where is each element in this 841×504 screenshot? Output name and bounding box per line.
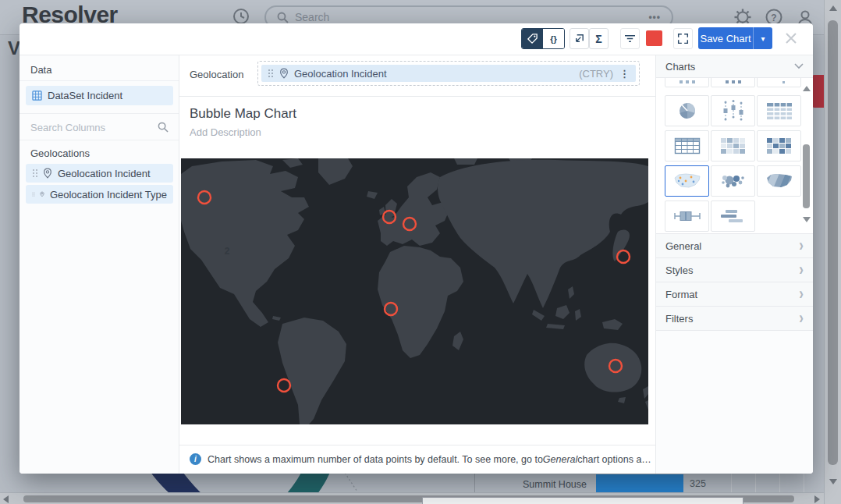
chart-type-box-plot-icon <box>673 208 701 224</box>
map-bubble-count: 2 <box>225 246 230 257</box>
chart-type-filled-map-icon <box>765 172 794 190</box>
chart-type-tile[interactable] <box>757 78 801 87</box>
chart-type-tile-heatmap-dark[interactable] <box>757 130 801 161</box>
chart-type-tile-box-plot[interactable] <box>665 201 709 232</box>
scroll-right-arrow[interactable] <box>814 495 820 503</box>
background-page-title-fragment: V <box>8 37 20 59</box>
tag-toggle-button[interactable] <box>522 29 543 48</box>
save-chart-dropdown-button[interactable]: ▾ <box>753 27 772 49</box>
column-item-label: Geolocation Incident Type <box>50 189 167 201</box>
column-item-geolocation-incident-type[interactable]: Geolocation Incident Type <box>26 185 173 204</box>
chevron-right-icon: › <box>799 236 804 256</box>
app-window: Resolver Search ••• ? <box>0 0 841 504</box>
geolocation-field-label: Geolocation <box>190 69 243 80</box>
search-more-icon[interactable]: ••• <box>648 12 661 23</box>
chart-type-grid <box>656 78 813 233</box>
section-format[interactable]: Format › <box>656 282 813 307</box>
tag-icon <box>527 33 538 44</box>
chart-type-tile[interactable] <box>665 78 709 87</box>
bubble-map-chart[interactable]: 2 <box>181 158 648 424</box>
pivot-icon <box>573 33 585 44</box>
charts-section-header[interactable]: Charts <box>656 55 813 78</box>
background-bar <box>596 474 683 493</box>
chart-type-tile-heatmap-light[interactable] <box>711 130 755 161</box>
chart-type-bubble-map-icon <box>672 172 702 190</box>
chart-type-heatmap-dark-icon <box>766 137 793 155</box>
data-panel: Data DataSet Incident Search Columns Geo… <box>20 55 179 474</box>
charts-header-label: Charts <box>665 61 794 73</box>
section-filters[interactable]: Filters › <box>656 307 813 331</box>
chart-type-column-icon <box>719 78 747 86</box>
chart-type-tile-filled-map[interactable] <box>757 165 801 197</box>
chart-type-tile-stock[interactable] <box>711 95 755 126</box>
chart-footnote: i Chart shows a maximum number of data p… <box>190 453 651 465</box>
drag-handle-icon[interactable] <box>32 190 35 199</box>
kebab-menu-icon[interactable]: ⋮ <box>619 68 630 80</box>
chart-type-heatmap-light-icon <box>720 137 747 155</box>
drag-handle-icon[interactable] <box>268 69 274 78</box>
vertical-scrollbar[interactable] <box>824 0 841 504</box>
chart-type-tile-table[interactable] <box>757 95 801 126</box>
background-bar-value: 325 <box>690 478 706 489</box>
search-columns-input[interactable]: Search Columns <box>20 115 179 140</box>
geolocation-dropzone[interactable]: Geolocation Incident (CTRY) ⋮ <box>257 61 640 86</box>
braces-toggle-button[interactable]: {} <box>543 29 564 48</box>
svg-text:?: ? <box>771 12 776 23</box>
geolocation-pill[interactable]: Geolocation Incident (CTRY) ⋮ <box>261 65 636 82</box>
dataset-item-label: DataSet Incident <box>48 90 122 101</box>
data-panel-header: Data <box>30 64 51 76</box>
background-bar-label: Summit House <box>499 479 587 490</box>
sum-button[interactable]: Σ <box>589 28 609 49</box>
scroll-down-arrow[interactable] <box>829 479 837 484</box>
search-icon <box>158 122 169 133</box>
color-swatch-button[interactable] <box>646 30 662 46</box>
sigma-icon: Σ <box>595 33 601 45</box>
geolocations-group-header: Geolocations <box>30 147 90 159</box>
close-icon <box>785 32 797 44</box>
section-general[interactable]: General › <box>656 234 813 258</box>
grid-scrollbar-thumb[interactable] <box>803 144 810 208</box>
chart-type-tile[interactable] <box>711 78 755 87</box>
chart-description-placeholder[interactable]: Add Description <box>190 126 261 138</box>
chart-type-tile-bubble-map-selected[interactable] <box>665 165 709 197</box>
drag-handle-icon[interactable] <box>32 169 38 178</box>
chart-type-bar-icon <box>673 78 701 86</box>
chart-type-cluster-map-icon <box>719 172 748 190</box>
chevron-down-icon <box>794 63 804 69</box>
chart-type-tile-data-grid[interactable] <box>665 130 709 161</box>
chart-title[interactable]: Bubble Map Chart <box>190 106 296 122</box>
grid-scroll-up-arrow[interactable] <box>803 86 811 91</box>
vertical-scrollbar-thumb[interactable] <box>828 20 838 465</box>
chart-type-stock-icon <box>719 100 747 122</box>
chevron-right-icon: › <box>799 260 804 280</box>
filter-button[interactable] <box>620 28 640 49</box>
chevron-right-icon: › <box>799 284 804 304</box>
chart-options-panel: Charts <box>655 55 813 474</box>
search-placeholder: Search <box>295 11 648 23</box>
footnote-suffix: chart options a… <box>577 454 651 465</box>
braces-icon: {} <box>550 34 557 44</box>
chart-type-pie-icon <box>676 100 698 122</box>
label-format-toggle-group: {} <box>521 28 565 49</box>
close-modal-button[interactable] <box>782 30 800 47</box>
chart-type-tile-cluster-map[interactable] <box>711 165 755 197</box>
chart-grid-scrollbar[interactable] <box>801 78 812 233</box>
chart-type-tile-timeline[interactable] <box>711 201 755 232</box>
chevron-right-icon: › <box>799 308 804 328</box>
pill-country-suffix: (CTRY) <box>579 68 613 80</box>
location-pin-icon <box>279 68 289 79</box>
grid-scroll-down-arrow[interactable] <box>803 217 811 222</box>
chart-type-tile-pie[interactable] <box>665 95 709 126</box>
chart-type-table-icon <box>765 101 793 120</box>
section-styles[interactable]: Styles › <box>656 258 813 282</box>
dataset-table-icon <box>32 91 42 101</box>
signed-in-status-tooltip: Jeff Weber (jeffweber@resolver.com) is s… <box>422 497 743 504</box>
dataset-item[interactable]: DataSet Incident <box>26 86 173 105</box>
save-chart-button[interactable]: Save Chart <box>698 27 753 49</box>
scroll-up-arrow[interactable] <box>829 5 837 11</box>
chart-builder-modal: {} Σ Save Chart ▾ <box>20 23 813 474</box>
pivot-button[interactable] <box>570 28 589 49</box>
column-item-geolocation-incident[interactable]: Geolocation Incident <box>26 164 173 183</box>
scroll-left-arrow[interactable] <box>3 495 9 503</box>
fullscreen-button[interactable] <box>673 28 693 49</box>
